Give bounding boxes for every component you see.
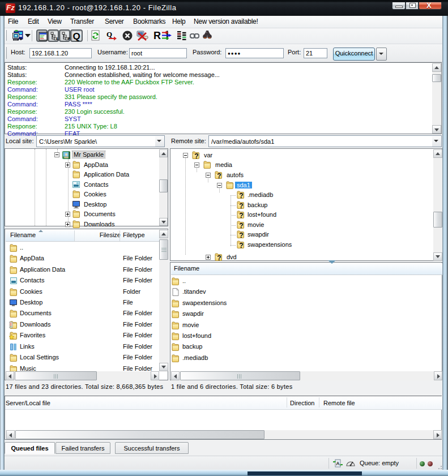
svg-text:R: R xyxy=(153,30,161,41)
svg-text:A: A xyxy=(336,461,340,466)
svg-text:Q: Q xyxy=(106,30,112,38)
